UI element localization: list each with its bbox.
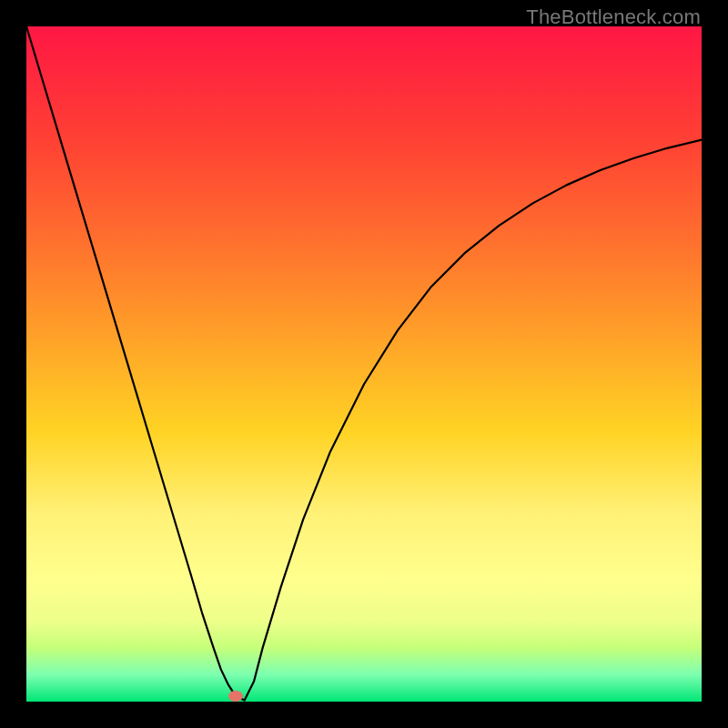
optimal-point-marker	[228, 691, 243, 702]
plot-area	[26, 26, 702, 702]
bottleneck-curve	[26, 26, 702, 702]
attribution-text: TheBottleneck.com	[526, 5, 701, 29]
chart-frame: TheBottleneck.com	[0, 0, 728, 728]
